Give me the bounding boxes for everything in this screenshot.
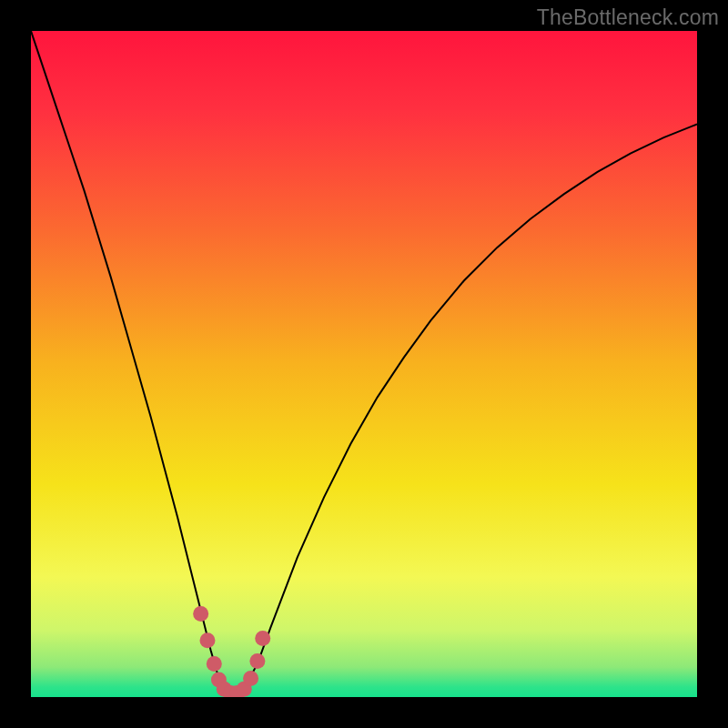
- watermark-text: TheBottleneck.com: [537, 5, 719, 30]
- highlight-dot: [255, 631, 270, 646]
- highlight-dot: [243, 671, 258, 686]
- highlight-dot: [193, 606, 208, 622]
- highlight-dot: [199, 632, 215, 648]
- chart-frame: TheBottleneck.com: [0, 0, 728, 728]
- highlight-dots-group: [31, 31, 697, 697]
- highlight-dot: [207, 656, 222, 672]
- highlight-dot: [249, 653, 265, 669]
- plot-area: [31, 31, 697, 697]
